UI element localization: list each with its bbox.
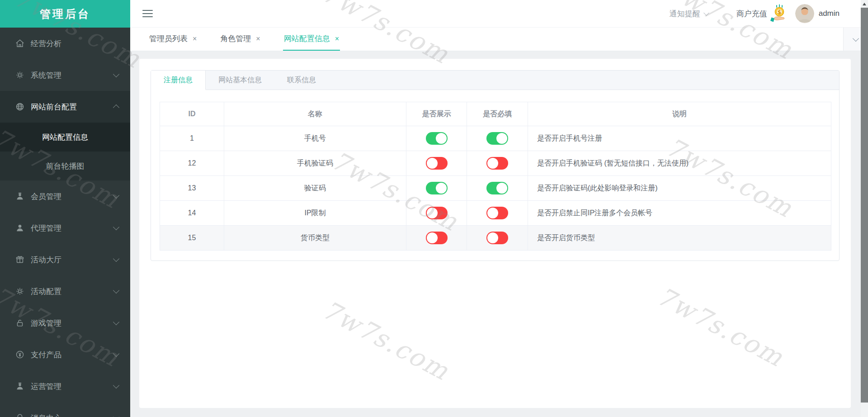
- sidebar-item-label: 消息中心: [31, 413, 114, 417]
- column-header-description: 说明: [528, 102, 831, 126]
- cell-name: 验证码: [224, 176, 406, 201]
- cell-show-toggle: [406, 226, 467, 251]
- home-icon: [15, 38, 25, 48]
- operator-icon: [15, 381, 25, 391]
- tab-site-config-info[interactable]: 网站配置信息: [283, 28, 340, 51]
- gift-icon: [15, 255, 25, 265]
- sidebar-item-label: 支付产品: [31, 350, 114, 360]
- arrow-up-icon: [863, 3, 866, 5]
- sidebar-submenu: 网站配置信息 前台轮播图: [0, 123, 130, 180]
- sidebar-item-operations-management[interactable]: 运营管理: [0, 370, 130, 402]
- required-toggle[interactable]: [486, 132, 508, 145]
- hamburger-menu-icon[interactable]: [142, 10, 153, 17]
- sidebar-item-site-frontend-config[interactable]: 网站前台配置: [0, 91, 130, 123]
- tab-register-info[interactable]: 注册信息: [151, 71, 206, 90]
- show-toggle[interactable]: [426, 207, 448, 219]
- cell-name: IP限制: [224, 201, 406, 226]
- merchant-recharge-label: 商户充值: [736, 9, 767, 19]
- chevron-down-icon: [113, 256, 119, 262]
- show-toggle[interactable]: [426, 157, 448, 170]
- notifications-dropdown[interactable]: 通知提醒: [670, 9, 708, 19]
- sidebar-item-activity-hall[interactable]: 活动大厅: [0, 244, 130, 275]
- scrollbar-thumb[interactable]: [861, 8, 868, 403]
- required-toggle[interactable]: [486, 182, 508, 194]
- chevron-down-icon: [113, 192, 119, 199]
- sidebar-item-label: 运营管理: [31, 381, 114, 392]
- notifications-label: 通知提醒: [670, 9, 700, 19]
- sidebar-subitem-label: 前台轮播图: [46, 161, 85, 171]
- cell-id: 12: [160, 151, 224, 176]
- table-row: 14 IP限制 是否开启禁止同IP注册多个会员帐号: [160, 201, 831, 226]
- username-label[interactable]: admin: [819, 9, 840, 18]
- table-row: 1 手机号 是否开启手机号注册: [160, 126, 831, 151]
- sidebar-item-label: 游戏管理: [31, 318, 114, 328]
- bell-icon: [15, 413, 25, 417]
- lock-icon: [15, 318, 25, 328]
- cell-id: 13: [160, 176, 224, 201]
- sidebar-item-activity-config[interactable]: 活动配置: [0, 275, 130, 307]
- config-panel: 注册信息 网站基本信息 联系信息 ID 名称 是否展示 是否必填 说明: [151, 70, 840, 261]
- sidebar-item-label: 活动大厅: [31, 255, 114, 265]
- sidebar-item-message-center[interactable]: 消息中心: [0, 402, 130, 417]
- sidebar-subitem-frontend-carousel[interactable]: 前台轮播图: [0, 152, 130, 180]
- sidebar-item-label: 网站前台配置: [31, 102, 114, 112]
- tab-contact-info[interactable]: 联系信息: [274, 71, 329, 90]
- table-row: 12 手机验证码 是否开启手机验证码 (暂无短信接口，无法使用): [160, 151, 831, 176]
- vertical-scrollbar[interactable]: [861, 0, 868, 417]
- cell-name: 货币类型: [224, 226, 406, 251]
- sidebar-item-label: 代理管理: [31, 223, 114, 233]
- sidebar-subitem-label: 网站配置信息: [42, 132, 88, 142]
- chevron-up-icon: [113, 104, 119, 111]
- close-icon[interactable]: [193, 35, 197, 43]
- config-panel-tabs: 注册信息 网站基本信息 联系信息: [151, 71, 839, 90]
- config-table: ID 名称 是否展示 是否必填 说明 1 手机号 是否开启手机号注册: [160, 102, 831, 251]
- gear-icon: [15, 286, 25, 296]
- required-toggle[interactable]: [486, 157, 508, 170]
- close-icon[interactable]: [256, 35, 260, 43]
- cell-description: 是否开启禁止同IP注册多个会员帐号: [528, 201, 831, 226]
- show-toggle[interactable]: [426, 132, 448, 145]
- app-logo: 管理后台: [0, 0, 130, 28]
- cell-required-toggle: [467, 151, 528, 176]
- table-row: 13 验证码 是否开启验证码(此处影响登录和注册): [160, 176, 831, 201]
- cell-show-toggle: [406, 176, 467, 201]
- required-toggle[interactable]: [486, 232, 508, 244]
- chevron-down-icon: [113, 71, 119, 77]
- tab-site-basic-info[interactable]: 网站基本信息: [206, 71, 274, 90]
- sidebar-item-payment-products[interactable]: 支付产品: [0, 339, 130, 370]
- cell-show-toggle: [406, 151, 467, 176]
- sidebar-item-agent-management[interactable]: 代理管理: [0, 212, 130, 244]
- required-toggle[interactable]: [486, 207, 508, 219]
- tab-role-management[interactable]: 角色管理: [219, 28, 261, 51]
- sidebar-item-member-management[interactable]: 会员管理: [0, 180, 130, 212]
- sidebar-item-business-analysis[interactable]: 经营分析: [0, 28, 130, 59]
- table-row: 15 货币类型 是否开启货币类型: [160, 226, 831, 251]
- scroll-up-button[interactable]: [861, 0, 868, 8]
- cell-description: 是否开启货币类型: [528, 226, 831, 251]
- show-toggle[interactable]: [426, 232, 448, 244]
- cell-show-toggle: [406, 201, 467, 226]
- sidebar-item-system-management[interactable]: 系统管理: [0, 59, 130, 91]
- cell-description: 是否开启验证码(此处影响登录和注册): [528, 176, 831, 201]
- tab-admin-list[interactable]: 管理员列表: [148, 28, 198, 51]
- sidebar-subitem-site-config-info[interactable]: 网站配置信息: [0, 123, 130, 152]
- top-header-bar: 通知提醒 商户充值 $: [130, 0, 868, 28]
- user-avatar[interactable]: [795, 4, 814, 23]
- svg-text:$: $: [778, 9, 781, 15]
- column-header-required: 是否必填: [467, 102, 528, 126]
- tab-label: 联系信息: [287, 76, 316, 85]
- close-icon[interactable]: [335, 35, 339, 43]
- yen-circle-icon: [15, 350, 25, 360]
- merchant-recharge-button[interactable]: 商户充值 $: [736, 4, 788, 23]
- tab-label: 注册信息: [164, 76, 193, 85]
- chevron-down-icon: [853, 35, 859, 41]
- member-icon: [15, 191, 25, 201]
- sidebar-item-label: 系统管理: [31, 70, 114, 81]
- main-content-card: 注册信息 网站基本信息 联系信息 ID 名称 是否展示 是否必填 说明: [139, 59, 851, 408]
- column-header-name: 名称: [224, 102, 406, 126]
- show-toggle[interactable]: [426, 182, 448, 194]
- sidebar-item-game-management[interactable]: 游戏管理: [0, 307, 130, 339]
- chevron-down-icon: [703, 10, 709, 16]
- chevron-down-icon: [113, 382, 119, 389]
- chevron-down-icon: [113, 351, 119, 357]
